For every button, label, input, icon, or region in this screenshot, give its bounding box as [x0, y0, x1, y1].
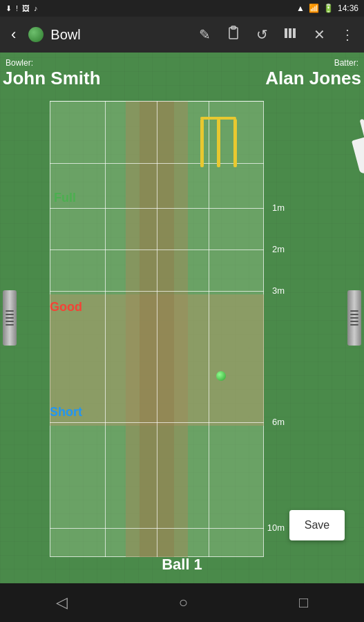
full-zone-label: Full — [54, 191, 76, 205]
short-zone-label: Short — [50, 405, 82, 420]
ball-icon — [28, 27, 44, 42]
ball-info: Ball 1 — [162, 556, 202, 574]
image-icon: 🖼 — [22, 4, 30, 12]
ball-marker[interactable] — [216, 371, 226, 381]
handle-line — [6, 324, 14, 326]
close-button[interactable]: ✕ — [309, 23, 329, 46]
handle-line — [350, 324, 358, 326]
bail-2 — [218, 117, 236, 120]
pitch-area[interactable]: 1m 2m 3m 6m 10m — [50, 101, 264, 557]
bars-button[interactable] — [279, 23, 303, 47]
edit-button[interactable]: ✎ — [195, 23, 215, 46]
status-bar-left: ⬇ ! 🖼 ♪ — [6, 4, 38, 13]
batter-name: Alan Jones — [265, 68, 361, 89]
svg-rect-4 — [293, 28, 296, 38]
line-1m: 1m — [50, 208, 264, 209]
save-label: Save — [305, 519, 329, 531]
label-3m: 3m — [272, 285, 285, 296]
signal-icon: 📶 — [309, 3, 319, 13]
handle-line — [6, 314, 14, 315]
nav-recent-button[interactable]: □ — [299, 594, 308, 612]
bail-1 — [200, 117, 220, 120]
v-line-center — [157, 101, 157, 557]
back-button[interactable]: ‹ — [6, 23, 21, 46]
bowler-name: John Smith — [3, 68, 101, 89]
handle-line — [6, 310, 14, 312]
label-2m: 2m — [272, 244, 285, 254]
bowler-label: Bowler: — [6, 58, 33, 68]
nav-bar: ◁ ○ □ — [0, 583, 364, 622]
line-6m: 6m — [50, 422, 264, 423]
svg-rect-2 — [285, 28, 287, 38]
batter-label: Batter: — [334, 58, 358, 68]
right-handle[interactable] — [347, 290, 361, 346]
field-container[interactable]: Bowler: John Smith Batter: Alan Jones 1m… — [0, 53, 364, 583]
stump-1 — [200, 119, 204, 167]
handle-line — [6, 317, 14, 319]
line-3m: 3m — [50, 291, 264, 292]
clipboard-button[interactable] — [222, 23, 245, 47]
handle-line — [350, 317, 358, 319]
save-button[interactable]: Save — [289, 510, 345, 540]
label-1m: 1m — [272, 202, 285, 213]
good-zone-label: Good — [50, 300, 82, 314]
nav-home-button[interactable]: ○ — [179, 594, 188, 612]
handle-line — [350, 310, 358, 312]
music-icon: ♪ — [34, 4, 38, 12]
wifi-icon: ▲ — [296, 3, 305, 13]
stump-3 — [233, 119, 237, 167]
bat-graphic — [350, 119, 364, 178]
handle-line — [350, 321, 358, 322]
line-10m: 10m — [50, 528, 264, 529]
left-handle[interactable] — [3, 290, 17, 346]
status-bar-right: ▲ 📶 🔋 14:36 — [296, 3, 358, 13]
toolbar-title: Bowl — [50, 27, 188, 43]
nav-back-button[interactable]: ◁ — [56, 594, 68, 612]
svg-rect-3 — [289, 28, 291, 38]
refresh-button[interactable]: ↺ — [252, 23, 272, 46]
more-button[interactable]: ⋮ — [336, 23, 358, 46]
toolbar: ‹ Bowl ✎ ↺ ✕ ⋮ — [0, 17, 364, 53]
stumps-graphic — [195, 112, 243, 174]
battery-icon: 🔋 — [323, 3, 334, 13]
label-10m: 10m — [267, 522, 285, 533]
handle-line — [350, 314, 358, 315]
line-2m: 2m — [50, 249, 264, 250]
v-line-left — [105, 101, 106, 557]
download-icon: ⬇ — [6, 4, 12, 13]
status-bar: ⬇ ! 🖼 ♪ ▲ 📶 🔋 14:36 — [0, 0, 364, 17]
stump-2 — [217, 119, 220, 167]
handle-line — [6, 321, 14, 322]
alert-icon: ! — [16, 4, 18, 12]
time-display: 14:36 — [338, 3, 358, 13]
bat-blade — [352, 137, 364, 174]
line-top — [50, 101, 264, 102]
label-6m: 6m — [272, 417, 285, 427]
